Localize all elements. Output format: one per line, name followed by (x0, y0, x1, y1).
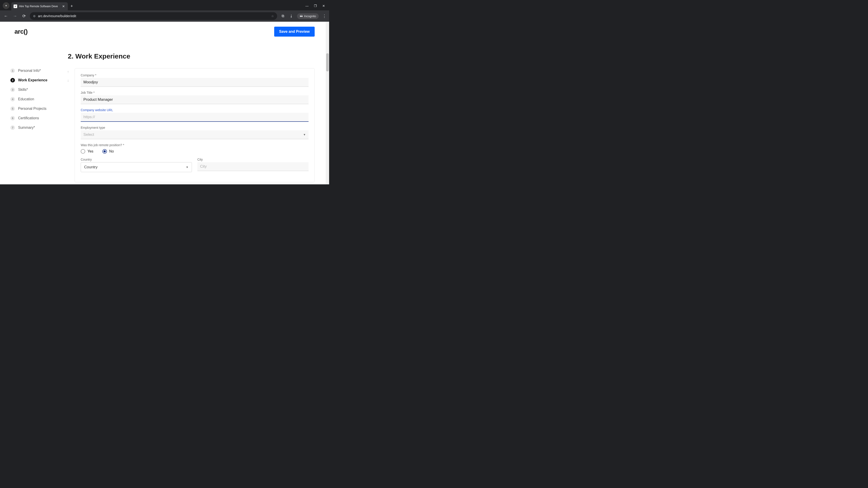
select-placeholder: Select (84, 132, 94, 137)
save-and-preview-button[interactable]: Save and Preview (274, 27, 315, 37)
radio-no[interactable]: No (102, 149, 114, 154)
step-number: 3 (10, 88, 15, 92)
sidebar-item-education[interactable]: 4 Education (9, 94, 63, 104)
tab-title: Hire Top Remote Software Deve (19, 5, 60, 8)
city-field: City (197, 158, 309, 172)
main-form-area: 2. Work Experience ↑ ↓ Company * Job Tit… (68, 53, 315, 184)
incognito-icon: 🕶 (300, 14, 303, 18)
sidebar-item-personal-projects[interactable]: 5 Personal Projects (9, 104, 63, 113)
browser-titlebar: ▾ ✓ Hire Top Remote Software Deve ✕ + — … (0, 0, 329, 10)
company-url-input[interactable] (81, 113, 309, 122)
incognito-badge[interactable]: 🕶 Incognito (297, 13, 319, 19)
downloads-icon[interactable]: ⭳ (288, 14, 294, 18)
sidebar-item-certifications[interactable]: 6 Certifications (9, 113, 63, 123)
window-controls: — ❐ ✕ (305, 4, 329, 10)
experience-card: ↑ ↓ Company * Job Title * Company websit… (74, 68, 315, 182)
scrollbar-thumb[interactable] (326, 53, 329, 71)
select-placeholder: Country (84, 165, 98, 169)
company-input[interactable] (81, 78, 309, 87)
radio-yes[interactable]: Yes (81, 149, 93, 154)
sidebar-item-label: Personal Info* (18, 69, 41, 73)
url-text: arc.dev/resume/builder/edit (38, 14, 269, 18)
kebab-menu-icon[interactable]: ⋮ (322, 13, 327, 19)
job-title-field: Job Title * (81, 91, 309, 104)
employment-type-select[interactable]: Select ▼ (81, 130, 309, 139)
country-field: Country Country ▼ (81, 158, 192, 172)
remote-position-label: Was this job remote position? * (81, 143, 309, 147)
employment-type-field: Employment type Select ▼ (81, 126, 309, 139)
tab-favicon-icon: ✓ (13, 4, 17, 8)
sidebar-item-label: Certifications (18, 116, 39, 120)
maximize-icon[interactable]: ❐ (314, 4, 317, 8)
city-input[interactable] (197, 162, 309, 171)
company-label: Company * (81, 73, 309, 77)
tab-search-button[interactable]: ▾ (3, 2, 9, 9)
city-label: City (197, 158, 309, 161)
remote-position-field: Was this job remote position? * Yes No (81, 143, 309, 154)
step-number: 5 (10, 106, 15, 111)
site-settings-icon[interactable]: ⚙ (33, 14, 36, 18)
radio-icon (81, 149, 85, 154)
employment-type-label: Employment type (81, 126, 309, 129)
sidebar-item-label: Education (18, 97, 34, 101)
radio-icon (102, 149, 107, 154)
move-down-icon[interactable]: ↓ (67, 78, 69, 83)
step-number: 7 (10, 125, 15, 130)
forward-button[interactable]: → (12, 14, 18, 19)
job-title-input[interactable] (81, 95, 309, 104)
reload-button[interactable]: ⟳ (21, 13, 27, 19)
company-url-label: Company website URL (81, 108, 309, 112)
country-select[interactable]: Country ▼ (81, 162, 192, 172)
radio-label: No (109, 149, 114, 153)
steps-sidebar: 1 Personal Info* 2 Work Experience 3 Ski… (9, 53, 63, 184)
company-url-field: Company website URL (81, 108, 309, 122)
scrollbar-track[interactable] (326, 22, 329, 184)
step-number: 2 (10, 78, 15, 83)
browser-toolbar: ← → ⟳ ⚙ arc.dev/resume/builder/edit ☆ ⧉ … (0, 10, 329, 22)
chevron-down-icon: ▼ (186, 166, 188, 169)
chevron-down-icon: ▾ (5, 4, 7, 7)
step-number: 4 (10, 97, 15, 101)
new-tab-button[interactable]: + (70, 4, 73, 8)
sidebar-item-label: Personal Projects (18, 107, 46, 111)
sidebar-item-personal-info[interactable]: 1 Personal Info* (9, 66, 63, 75)
company-field: Company * (81, 73, 309, 87)
close-window-icon[interactable]: ✕ (322, 4, 325, 8)
minimize-icon[interactable]: — (305, 4, 309, 8)
arc-logo[interactable]: arc() (14, 28, 28, 35)
app-header: arc() Save and Preview (0, 22, 329, 39)
close-icon[interactable]: ✕ (61, 4, 66, 8)
sidebar-item-label: Skills* (18, 88, 28, 92)
browser-tab[interactable]: ✓ Hire Top Remote Software Deve ✕ (11, 2, 68, 10)
back-button[interactable]: ← (3, 14, 9, 19)
move-up-icon[interactable]: ↑ (67, 70, 69, 74)
page-body: arc() Save and Preview 1 Personal Info* … (0, 22, 329, 184)
radio-label: Yes (88, 149, 93, 153)
job-title-label: Job Title * (81, 91, 309, 94)
country-label: Country (81, 158, 192, 161)
sidebar-item-label: Work Experience (18, 78, 48, 82)
sidebar-item-skills[interactable]: 3 Skills* (9, 85, 63, 94)
sidebar-item-label: Summary* (18, 126, 35, 130)
section-title: 2. Work Experience (68, 53, 315, 60)
sidebar-item-work-experience[interactable]: 2 Work Experience (9, 75, 63, 85)
chevron-down-icon: ▼ (303, 133, 306, 136)
incognito-label: Incognito (304, 14, 316, 18)
bookmark-icon[interactable]: ☆ (271, 14, 274, 18)
step-number: 6 (10, 116, 15, 121)
extensions-icon[interactable]: ⧉ (280, 14, 286, 18)
reorder-handles: ↑ ↓ (67, 70, 69, 83)
sidebar-item-summary[interactable]: 7 Summary* (9, 123, 63, 132)
step-number: 1 (10, 68, 15, 73)
address-bar[interactable]: ⚙ arc.dev/resume/builder/edit ☆ (30, 12, 277, 20)
